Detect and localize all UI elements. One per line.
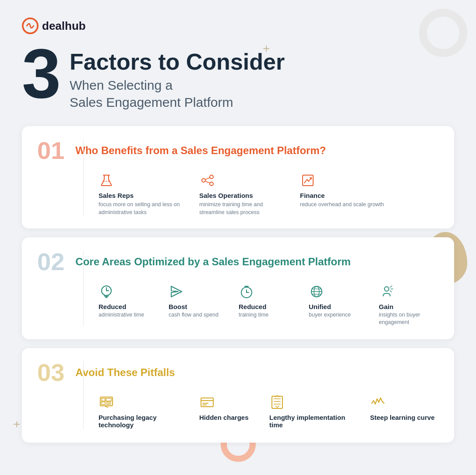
svg-rect-31 (106, 398, 111, 401)
reduced-admin-bold: Reduced (99, 303, 126, 310)
svg-rect-40 (272, 396, 282, 408)
card-01-title: Who Benefits from a Sales Engagement Pla… (75, 144, 326, 157)
clock-down-icon (99, 284, 114, 299)
svg-line-27 (390, 291, 391, 292)
card-02-divider (83, 250, 84, 326)
header-subtitle-line2: Sales Engagement Platform (70, 95, 233, 109)
boost-cash-title: Boost cash flow and spend (169, 303, 226, 318)
header-section: 3 Factors to Consider When Selecting a S… (22, 43, 454, 111)
card-03-items: Purchasing legacy technology Hidden char… (99, 394, 439, 430)
learning-curve-title: Steep learning curve (370, 414, 435, 421)
header-big-number: 3 (22, 39, 61, 109)
card-01-content: Sales Reps focus more on selling and les… (99, 172, 439, 216)
share-icon (199, 172, 215, 188)
gain-insights-rest: insights on buyer engagement (379, 312, 420, 325)
card-03-number: 03 (37, 360, 64, 385)
card-01-header: 01 Who Benefits from a Sales Engagement … (37, 138, 439, 163)
globe-icon (309, 284, 324, 299)
unified-buyer-rest: buyer experience (309, 312, 351, 318)
card-03-title: Avoid These Pitfalls (75, 366, 175, 379)
reduced-training-rest: training time (239, 312, 268, 318)
boost-cash-bold: Boost (169, 303, 187, 310)
card-02-number: 02 (37, 250, 64, 274)
item-gain-insights: Gain insights on buyer engagement (379, 284, 439, 327)
svg-rect-30 (102, 402, 105, 405)
reduced-training-title: Reduced training time (239, 303, 296, 318)
boost-cash-rest: cash flow and spend (169, 312, 219, 318)
unified-buyer-title: Unified buyer experience (309, 303, 366, 318)
legacy-tech-icon (99, 394, 114, 410)
header-main-title: Factors to Consider (70, 49, 285, 74)
gain-insights-bold: Gain (379, 303, 393, 310)
item-learning-curve: Steep learning curve (370, 394, 435, 430)
card-01-number: 01 (37, 138, 64, 163)
svg-point-5 (210, 182, 213, 186)
card-03-header: 03 Avoid These Pitfalls (37, 360, 439, 385)
send-icon (169, 284, 184, 299)
header-text: Factors to Consider When Selecting a Sal… (70, 43, 285, 111)
card-02: 02 Core Areas Optimized by a Sales Engag… (22, 237, 454, 339)
item-legacy-tech: Purchasing legacy technology (99, 394, 186, 430)
logo: dealhub (22, 18, 454, 34)
card-02-items: Reduced administrative time Boost cash f… (99, 284, 439, 327)
learning-curve-icon (370, 394, 386, 410)
reduced-admin-rest: administrative time (99, 312, 144, 318)
hidden-charges-icon (199, 394, 215, 410)
implementation-icon (269, 394, 285, 410)
sales-ops-desc: minimize training time and streamline sa… (199, 201, 287, 216)
sales-ops-title: Sales Operations (199, 192, 287, 199)
svg-point-24 (384, 287, 389, 291)
svg-line-25 (390, 286, 392, 287)
reduced-admin-title: Reduced administrative time (99, 303, 155, 318)
legacy-tech-title: Purchasing legacy technology (99, 414, 186, 429)
card-02-content: Reduced administrative time Boost cash f… (99, 284, 439, 327)
header-subtitle-line1: When Selecting a (70, 78, 173, 92)
card-03-content: Purchasing legacy technology Hidden char… (99, 394, 439, 430)
item-hidden-charges: Hidden charges (199, 394, 256, 430)
card-03: 03 Avoid These Pitfalls (22, 348, 454, 443)
logo-icon (22, 18, 39, 34)
card-01-divider (83, 139, 84, 215)
card-03-divider (83, 361, 84, 429)
svg-line-7 (205, 181, 210, 183)
stopwatch-icon (239, 284, 254, 299)
card-01: 01 Who Benefits from a Sales Engagement … (22, 126, 454, 229)
item-unified-buyer: Unified buyer experience (309, 284, 366, 327)
sales-reps-desc: focus more on selling and less on admini… (99, 201, 186, 216)
person-insight-icon (379, 284, 395, 299)
logo-text: dealhub (42, 19, 86, 33)
item-finance: Finance reduce overhead and scale growth (300, 172, 384, 216)
unified-buyer-bold: Unified (309, 303, 331, 310)
svg-marker-13 (171, 286, 182, 297)
hidden-charges-title: Hidden charges (199, 414, 256, 421)
card-01-items: Sales Reps focus more on selling and les… (99, 172, 439, 216)
finance-desc: reduce overhead and scale growth (300, 201, 384, 209)
chart-icon (300, 172, 316, 188)
header-subtitle: When Selecting a Sales Engagement Platfo… (70, 77, 285, 111)
item-implementation: Lengthy implementation time (269, 394, 357, 430)
svg-point-3 (210, 175, 213, 179)
item-reduced-admin: Reduced administrative time (99, 284, 155, 327)
card-02-header: 02 Core Areas Optimized by a Sales Engag… (37, 250, 439, 274)
reduced-training-bold: Reduced (239, 303, 266, 310)
item-boost-cash: Boost cash flow and spend (169, 284, 226, 327)
gain-insights-title: Gain insights on buyer engagement (379, 303, 439, 325)
sales-reps-title: Sales Reps (99, 192, 186, 199)
svg-rect-29 (102, 398, 105, 401)
flask-icon (99, 172, 114, 188)
svg-line-6 (205, 178, 210, 179)
item-reduced-training: Reduced training time (239, 284, 296, 327)
item-sales-ops: Sales Operations minimize training time … (199, 172, 287, 216)
implementation-title: Lengthy implementation time (269, 414, 357, 429)
svg-point-4 (202, 179, 205, 182)
finance-title: Finance (300, 192, 384, 199)
item-sales-reps: Sales Reps focus more on selling and les… (99, 172, 186, 216)
card-02-title: Core Areas Optimized by a Sales Engageme… (75, 256, 351, 268)
